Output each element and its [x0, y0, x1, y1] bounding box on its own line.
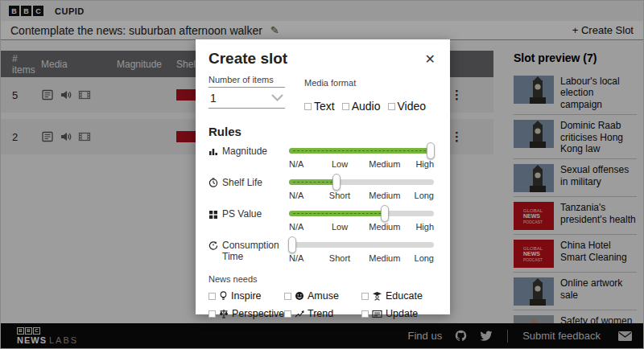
news-need-perspective[interactable]: Perspective	[208, 308, 284, 319]
tick-label: N/A	[289, 159, 303, 169]
consumption-time-slider-track[interactable]	[289, 242, 434, 248]
ps-value-slider-thumb[interactable]	[381, 205, 389, 222]
tick-label: Long	[415, 191, 434, 200]
checkbox[interactable]	[388, 103, 395, 110]
news-need-inspire[interactable]: Inspire	[208, 290, 284, 302]
slider-label: PS Value	[222, 209, 262, 220]
tick-label: Short	[329, 253, 350, 263]
option-label: Educate	[386, 290, 423, 302]
lightbulb-icon	[219, 291, 228, 301]
checkbox[interactable]	[284, 293, 291, 300]
magnitude-slider-track[interactable]	[289, 148, 434, 154]
tick-label: Medium	[369, 159, 400, 169]
tick-label: N/A	[289, 191, 303, 200]
chevron-down-icon	[271, 94, 283, 101]
tick-label: Low	[332, 222, 348, 232]
tick-label: Long	[415, 253, 434, 263]
media-format-option-text[interactable]: Text	[304, 100, 335, 113]
shelf-life-slider-track[interactable]	[289, 179, 434, 185]
tick-label: N/A	[289, 222, 303, 232]
ps-value-slider-row: PS Value N/A Low Medium High	[208, 208, 437, 232]
option-label: Perspective	[232, 308, 284, 319]
option-label: Amuse	[308, 290, 339, 302]
tick-label: Low	[332, 159, 348, 169]
number-of-items-field: Number of items 1	[208, 75, 285, 113]
option-label: Text	[314, 100, 335, 113]
shelf-life-slider-thumb[interactable]	[332, 174, 341, 191]
option-label: Trend	[308, 308, 333, 319]
news-need-update[interactable]: Update	[361, 308, 437, 319]
graduate-cap-icon	[372, 291, 382, 301]
checkbox[interactable]	[304, 103, 312, 110]
slider-fill	[289, 211, 385, 216]
tick-label: N/A	[289, 253, 303, 263]
media-format-option-video[interactable]: Video	[388, 100, 427, 113]
cupid-app-window: B B C CUPID Contemplate the news: suburb…	[0, 0, 644, 349]
option-label: Update	[386, 308, 418, 319]
magnitude-slider-row: Magnitude N/A Low Medium High	[208, 146, 437, 170]
checkbox[interactable]	[361, 310, 369, 318]
checkbox[interactable]	[208, 310, 216, 318]
create-slot-modal: Create slot ✕ Number of items 1 Media fo…	[196, 39, 450, 314]
media-format-option-audio[interactable]: Audio	[342, 100, 381, 113]
media-format-field: Media format Text Audio Video	[304, 75, 426, 113]
news-need-trend[interactable]: Trend	[284, 308, 361, 319]
slider-label: Consumption Time	[222, 240, 289, 263]
clock-icon	[208, 178, 218, 187]
tick-label: High	[415, 222, 434, 232]
modal-title: Create slot	[208, 50, 437, 68]
news-need-amuse[interactable]: Amuse	[284, 290, 361, 302]
checkbox[interactable]	[361, 293, 369, 300]
slider-fill	[289, 179, 336, 185]
ps-value-slider-track[interactable]	[289, 211, 434, 216]
checkbox[interactable]	[342, 103, 349, 110]
number-of-items-select[interactable]: 1	[208, 88, 285, 109]
option-label: Video	[398, 100, 427, 113]
number-of-items-value: 1	[210, 92, 217, 105]
bar-chart-icon	[208, 146, 218, 156]
magnitude-slider-thumb[interactable]	[427, 142, 435, 159]
slider-label: Magnitude	[222, 146, 267, 158]
newspaper-icon	[372, 310, 382, 318]
rules-heading: Rules	[208, 125, 437, 138]
slider-label: Shelf Life	[222, 178, 262, 189]
close-icon[interactable]: ✕	[425, 51, 436, 67]
stopwatch-icon	[208, 240, 218, 250]
consumption-time-slider-thumb[interactable]	[288, 236, 296, 253]
tick-label: Medium	[369, 222, 400, 232]
number-of-items-label: Number of items	[208, 75, 285, 88]
tick-label: Medium	[369, 191, 400, 200]
grid-icon	[208, 209, 218, 219]
shelf-life-slider-row: Shelf Life N/A Short Medium Long	[208, 177, 437, 201]
media-format-label: Media format	[304, 78, 356, 88]
trend-arrow-icon	[295, 310, 304, 318]
scales-icon	[219, 309, 229, 318]
tick-label: Short	[329, 191, 350, 200]
option-label: Audio	[352, 100, 381, 113]
checkbox[interactable]	[284, 310, 291, 318]
tick-label: High	[415, 159, 434, 169]
news-need-educate[interactable]: Educate	[361, 290, 437, 302]
option-label: Inspire	[231, 290, 262, 302]
smiley-icon	[295, 291, 304, 301]
slider-fill	[289, 148, 434, 154]
consumption-time-slider-row: Consumption Time N/A Short Medium Long	[208, 240, 437, 264]
news-needs-options: Inspire Amuse Educate Perspective Trend	[208, 290, 437, 319]
tick-label: Medium	[369, 253, 400, 263]
news-needs-label: News needs	[208, 274, 437, 284]
checkbox[interactable]	[208, 293, 216, 300]
